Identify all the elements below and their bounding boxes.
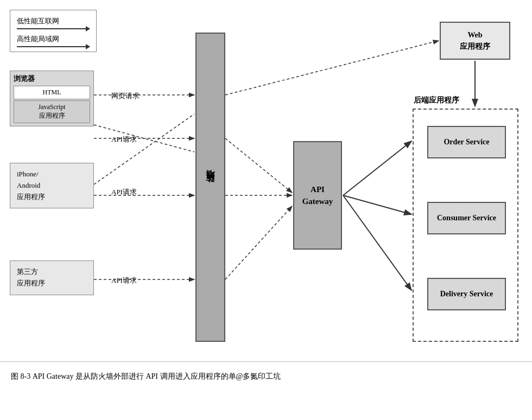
web-app-box: Web应用程序	[440, 22, 510, 60]
caption-text: 图 8-3 API Gateway 是从防火墙外部进行 API 调用进入应用程序…	[11, 372, 281, 381]
firewall-label: 防火墙	[205, 184, 216, 190]
gateway-to-delivery-arrow	[343, 195, 411, 290]
cross-arrow2	[94, 114, 194, 184]
network-box: 低性能互联网 高性能局域网	[10, 10, 97, 52]
web-app-label: Web应用程序	[460, 29, 490, 52]
low-perf-label: 低性能互联网	[17, 15, 90, 27]
api-gateway-label: APIGateway	[302, 183, 333, 208]
backend-title: 后端应用程序	[414, 96, 459, 105]
thirdparty-box: 第三方应用程序	[10, 260, 94, 295]
web-request-label: 网页请求	[111, 91, 140, 101]
html-box: HTML	[14, 86, 90, 99]
order-service-label: Order Service	[444, 138, 489, 147]
backend-container: 后端应用程序 Order Service Consumer Service De…	[413, 109, 518, 342]
order-service-box: Order Service	[427, 126, 506, 158]
caption-area: 图 8-3 API Gateway 是从防火墙外部进行 API 调用进入应用程序…	[0, 361, 532, 391]
mobile-box: iPhone/Android应用程序	[10, 163, 94, 208]
consumer-service-label: Consumer Service	[437, 214, 496, 222]
cross-arrow1	[94, 125, 194, 152]
web-to-webapp-arrow	[225, 41, 439, 95]
diagram-container: 低性能互联网 高性能局域网 浏览器 HTML JavaScript应用程序 iP…	[0, 0, 532, 391]
firewall-box: 防火墙	[195, 33, 225, 342]
api-request1-label: API请求	[111, 135, 137, 144]
gateway-to-consumer-arrow	[343, 195, 411, 214]
api1-to-gateway-arrow	[225, 138, 292, 193]
js-box: JavaScript应用程序	[14, 100, 90, 123]
api-gateway-box: APIGateway	[293, 141, 342, 250]
browser-title: 浏览器	[14, 74, 90, 84]
gateway-to-order-arrow	[343, 141, 411, 195]
consumer-service-box: Consumer Service	[427, 202, 506, 234]
delivery-service-label: Delivery Service	[440, 290, 493, 298]
api-request3-label: API请求	[111, 276, 137, 285]
api-request2-label: API请求	[111, 187, 137, 197]
delivery-service-box: Delivery Service	[427, 278, 506, 310]
api3-to-gateway-arrow	[225, 206, 292, 279]
browser-box: 浏览器 HTML JavaScript应用程序	[10, 71, 94, 126]
high-perf-label: 高性能局域网	[17, 33, 90, 45]
